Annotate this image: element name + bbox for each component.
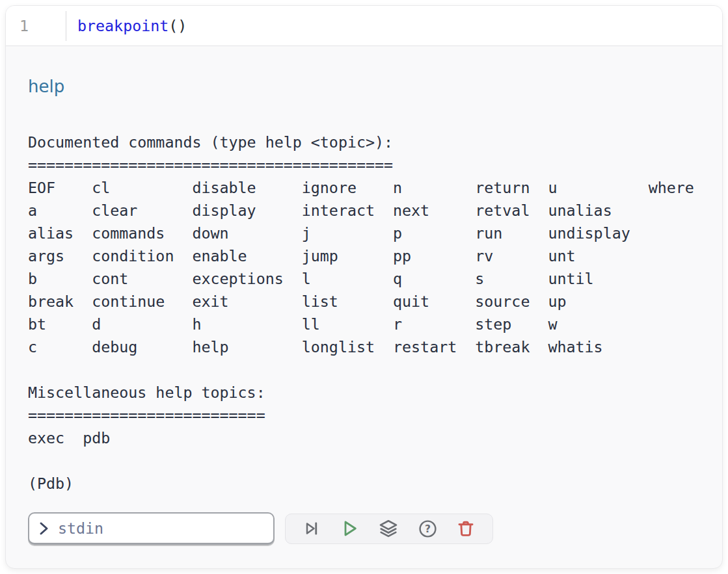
code-line[interactable]: breakpoint(): [66, 6, 722, 46]
delete-button[interactable]: [455, 517, 477, 540]
echoed-command: help: [28, 76, 700, 97]
stack-icon: [378, 518, 399, 539]
editor-gutter: 1: [6, 6, 66, 46]
question-circle-icon: ?: [418, 519, 438, 539]
stack-button[interactable]: [377, 517, 400, 540]
builtin-token: breakpoint: [77, 17, 169, 34]
pdb-output: Documented commands (type help <topic>):…: [28, 131, 700, 495]
debugger-panel: 1 breakpoint() help Documented commands …: [5, 5, 723, 569]
chevron-right-icon: [39, 521, 49, 536]
line-number: 1: [20, 17, 29, 34]
input-row: ?: [28, 512, 700, 545]
stdin-input-wrapper: [28, 512, 275, 545]
code-editor: 1 breakpoint(): [6, 6, 722, 46]
toolbar: ?: [285, 514, 493, 544]
help-button[interactable]: ?: [416, 517, 439, 540]
svg-text:?: ?: [425, 523, 431, 535]
run-button[interactable]: [338, 517, 361, 540]
step-button[interactable]: [301, 518, 322, 539]
stdin-input[interactable]: [58, 519, 265, 537]
skip-end-icon: [303, 519, 321, 538]
trash-icon: [456, 519, 476, 538]
console-output-area[interactable]: help Documented commands (type help <top…: [6, 46, 722, 569]
punctuation-token: (): [169, 17, 187, 34]
play-icon: [339, 518, 360, 539]
